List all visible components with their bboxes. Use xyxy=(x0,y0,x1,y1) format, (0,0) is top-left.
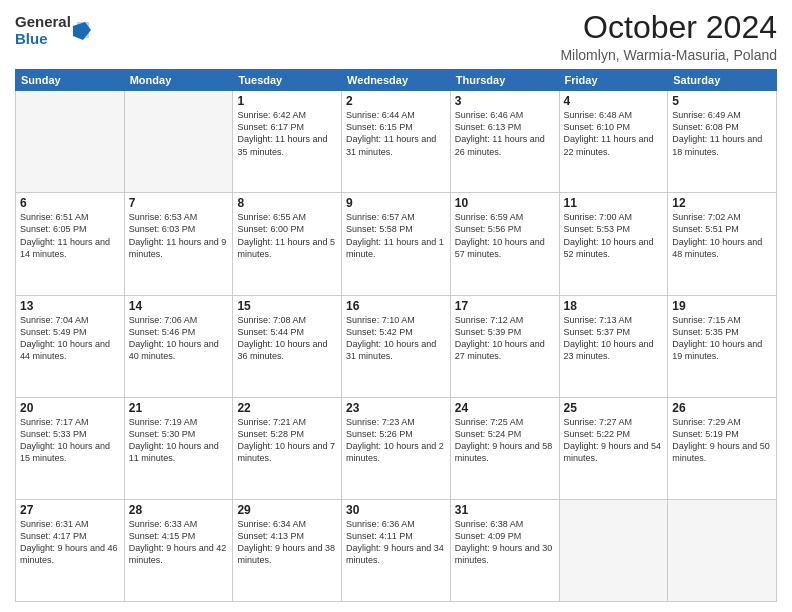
day-number: 11 xyxy=(564,196,664,210)
day-number: 13 xyxy=(20,299,120,313)
calendar-day-cell: 8Sunrise: 6:55 AMSunset: 6:00 PMDaylight… xyxy=(233,193,342,295)
day-number: 8 xyxy=(237,196,337,210)
calendar-day-cell: 9Sunrise: 6:57 AMSunset: 5:58 PMDaylight… xyxy=(342,193,451,295)
calendar-day-cell: 27Sunrise: 6:31 AMSunset: 4:17 PMDayligh… xyxy=(16,499,125,601)
calendar-day-cell: 16Sunrise: 7:10 AMSunset: 5:42 PMDayligh… xyxy=(342,295,451,397)
day-number: 30 xyxy=(346,503,446,517)
day-info: Sunrise: 6:57 AMSunset: 5:58 PMDaylight:… xyxy=(346,211,446,260)
day-info: Sunrise: 6:55 AMSunset: 6:00 PMDaylight:… xyxy=(237,211,337,260)
day-number: 21 xyxy=(129,401,229,415)
weekday-header: Monday xyxy=(124,70,233,91)
calendar-day-cell: 10Sunrise: 6:59 AMSunset: 5:56 PMDayligh… xyxy=(450,193,559,295)
calendar-day-cell: 1Sunrise: 6:42 AMSunset: 6:17 PMDaylight… xyxy=(233,91,342,193)
calendar-week-row: 13Sunrise: 7:04 AMSunset: 5:49 PMDayligh… xyxy=(16,295,777,397)
day-info: Sunrise: 6:49 AMSunset: 6:08 PMDaylight:… xyxy=(672,109,772,158)
calendar-day-cell: 7Sunrise: 6:53 AMSunset: 6:03 PMDaylight… xyxy=(124,193,233,295)
calendar-day-cell: 20Sunrise: 7:17 AMSunset: 5:33 PMDayligh… xyxy=(16,397,125,499)
calendar-day-cell: 12Sunrise: 7:02 AMSunset: 5:51 PMDayligh… xyxy=(668,193,777,295)
page-header: General Blue October 2024 Milomlyn, Warm… xyxy=(15,10,777,63)
day-info: Sunrise: 7:06 AMSunset: 5:46 PMDaylight:… xyxy=(129,314,229,363)
day-info: Sunrise: 7:00 AMSunset: 5:53 PMDaylight:… xyxy=(564,211,664,260)
calendar-day-cell: 15Sunrise: 7:08 AMSunset: 5:44 PMDayligh… xyxy=(233,295,342,397)
day-info: Sunrise: 6:34 AMSunset: 4:13 PMDaylight:… xyxy=(237,518,337,567)
calendar-day-cell: 19Sunrise: 7:15 AMSunset: 5:35 PMDayligh… xyxy=(668,295,777,397)
day-info: Sunrise: 7:27 AMSunset: 5:22 PMDaylight:… xyxy=(564,416,664,465)
calendar-day-cell: 23Sunrise: 7:23 AMSunset: 5:26 PMDayligh… xyxy=(342,397,451,499)
day-info: Sunrise: 6:48 AMSunset: 6:10 PMDaylight:… xyxy=(564,109,664,158)
day-number: 3 xyxy=(455,94,555,108)
calendar-week-row: 20Sunrise: 7:17 AMSunset: 5:33 PMDayligh… xyxy=(16,397,777,499)
calendar-day-cell: 26Sunrise: 7:29 AMSunset: 5:19 PMDayligh… xyxy=(668,397,777,499)
calendar-day-cell xyxy=(559,499,668,601)
calendar-week-row: 6Sunrise: 6:51 AMSunset: 6:05 PMDaylight… xyxy=(16,193,777,295)
day-info: Sunrise: 7:12 AMSunset: 5:39 PMDaylight:… xyxy=(455,314,555,363)
day-info: Sunrise: 6:31 AMSunset: 4:17 PMDaylight:… xyxy=(20,518,120,567)
day-info: Sunrise: 6:59 AMSunset: 5:56 PMDaylight:… xyxy=(455,211,555,260)
day-number: 12 xyxy=(672,196,772,210)
calendar-day-cell: 21Sunrise: 7:19 AMSunset: 5:30 PMDayligh… xyxy=(124,397,233,499)
calendar-day-cell: 3Sunrise: 6:46 AMSunset: 6:13 PMDaylight… xyxy=(450,91,559,193)
weekday-header: Wednesday xyxy=(342,70,451,91)
day-number: 2 xyxy=(346,94,446,108)
logo-icon xyxy=(73,20,91,42)
day-number: 14 xyxy=(129,299,229,313)
calendar-day-cell: 24Sunrise: 7:25 AMSunset: 5:24 PMDayligh… xyxy=(450,397,559,499)
logo: General Blue xyxy=(15,14,91,47)
calendar-day-cell: 6Sunrise: 6:51 AMSunset: 6:05 PMDaylight… xyxy=(16,193,125,295)
calendar-table: SundayMondayTuesdayWednesdayThursdayFrid… xyxy=(15,69,777,602)
day-number: 23 xyxy=(346,401,446,415)
day-number: 24 xyxy=(455,401,555,415)
day-number: 26 xyxy=(672,401,772,415)
calendar-header: SundayMondayTuesdayWednesdayThursdayFrid… xyxy=(16,70,777,91)
day-number: 29 xyxy=(237,503,337,517)
day-info: Sunrise: 6:53 AMSunset: 6:03 PMDaylight:… xyxy=(129,211,229,260)
day-info: Sunrise: 7:08 AMSunset: 5:44 PMDaylight:… xyxy=(237,314,337,363)
day-number: 16 xyxy=(346,299,446,313)
logo-blue: Blue xyxy=(15,31,71,48)
day-info: Sunrise: 6:44 AMSunset: 6:15 PMDaylight:… xyxy=(346,109,446,158)
day-number: 17 xyxy=(455,299,555,313)
calendar-body: 1Sunrise: 6:42 AMSunset: 6:17 PMDaylight… xyxy=(16,91,777,602)
day-info: Sunrise: 7:23 AMSunset: 5:26 PMDaylight:… xyxy=(346,416,446,465)
calendar-day-cell: 17Sunrise: 7:12 AMSunset: 5:39 PMDayligh… xyxy=(450,295,559,397)
weekday-header: Sunday xyxy=(16,70,125,91)
day-info: Sunrise: 7:15 AMSunset: 5:35 PMDaylight:… xyxy=(672,314,772,363)
calendar-day-cell: 13Sunrise: 7:04 AMSunset: 5:49 PMDayligh… xyxy=(16,295,125,397)
day-info: Sunrise: 6:42 AMSunset: 6:17 PMDaylight:… xyxy=(237,109,337,158)
day-number: 1 xyxy=(237,94,337,108)
day-info: Sunrise: 7:02 AMSunset: 5:51 PMDaylight:… xyxy=(672,211,772,260)
day-number: 20 xyxy=(20,401,120,415)
calendar-day-cell: 18Sunrise: 7:13 AMSunset: 5:37 PMDayligh… xyxy=(559,295,668,397)
day-info: Sunrise: 6:51 AMSunset: 6:05 PMDaylight:… xyxy=(20,211,120,260)
day-info: Sunrise: 7:13 AMSunset: 5:37 PMDaylight:… xyxy=(564,314,664,363)
day-number: 4 xyxy=(564,94,664,108)
month-title: October 2024 xyxy=(560,10,777,45)
calendar-day-cell: 11Sunrise: 7:00 AMSunset: 5:53 PMDayligh… xyxy=(559,193,668,295)
calendar-day-cell: 5Sunrise: 6:49 AMSunset: 6:08 PMDaylight… xyxy=(668,91,777,193)
day-number: 18 xyxy=(564,299,664,313)
calendar-day-cell: 31Sunrise: 6:38 AMSunset: 4:09 PMDayligh… xyxy=(450,499,559,601)
day-number: 7 xyxy=(129,196,229,210)
day-info: Sunrise: 7:29 AMSunset: 5:19 PMDaylight:… xyxy=(672,416,772,465)
day-number: 28 xyxy=(129,503,229,517)
calendar-week-row: 1Sunrise: 6:42 AMSunset: 6:17 PMDaylight… xyxy=(16,91,777,193)
day-number: 27 xyxy=(20,503,120,517)
day-number: 10 xyxy=(455,196,555,210)
weekday-header: Tuesday xyxy=(233,70,342,91)
calendar-day-cell xyxy=(124,91,233,193)
calendar-week-row: 27Sunrise: 6:31 AMSunset: 4:17 PMDayligh… xyxy=(16,499,777,601)
logo-general: General xyxy=(15,14,71,31)
location: Milomlyn, Warmia-Masuria, Poland xyxy=(560,47,777,63)
day-info: Sunrise: 7:04 AMSunset: 5:49 PMDaylight:… xyxy=(20,314,120,363)
calendar-day-cell: 2Sunrise: 6:44 AMSunset: 6:15 PMDaylight… xyxy=(342,91,451,193)
day-info: Sunrise: 6:36 AMSunset: 4:11 PMDaylight:… xyxy=(346,518,446,567)
day-info: Sunrise: 7:19 AMSunset: 5:30 PMDaylight:… xyxy=(129,416,229,465)
calendar-day-cell: 29Sunrise: 6:34 AMSunset: 4:13 PMDayligh… xyxy=(233,499,342,601)
day-number: 19 xyxy=(672,299,772,313)
day-number: 15 xyxy=(237,299,337,313)
day-number: 6 xyxy=(20,196,120,210)
day-number: 22 xyxy=(237,401,337,415)
day-info: Sunrise: 7:25 AMSunset: 5:24 PMDaylight:… xyxy=(455,416,555,465)
weekday-header: Thursday xyxy=(450,70,559,91)
calendar-day-cell: 14Sunrise: 7:06 AMSunset: 5:46 PMDayligh… xyxy=(124,295,233,397)
